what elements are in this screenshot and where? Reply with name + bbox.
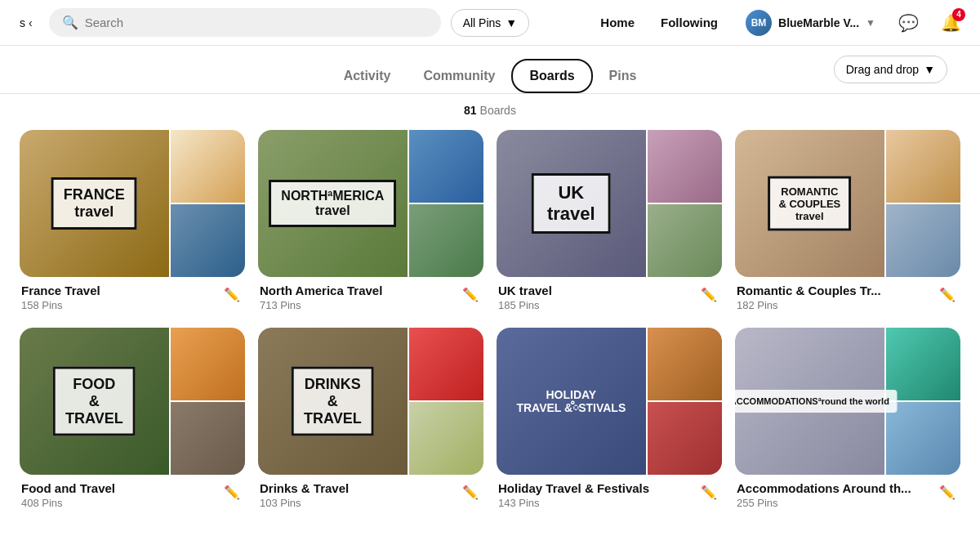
- board-image-bottom: [648, 402, 722, 475]
- board-image-top: [648, 130, 722, 203]
- nav-following[interactable]: Following: [649, 9, 729, 36]
- board-images: [20, 328, 245, 475]
- board-info: Accommodations Around th... 255 Pins ✏️: [735, 475, 960, 512]
- tabs-row: Activity Community Boards Pins Drag and …: [0, 46, 980, 94]
- messages-button[interactable]: 💬: [892, 7, 924, 39]
- back-button[interactable]: s ‹: [13, 11, 39, 34]
- filter-button[interactable]: All Pins ▼: [451, 9, 530, 37]
- boards-count-number: 81: [464, 104, 477, 117]
- board-info: North America Travel 713 Pins ✏️: [258, 277, 483, 315]
- board-image-top: [409, 130, 483, 203]
- edit-board-icon[interactable]: ✏️: [220, 284, 243, 306]
- board-title: Drinks & Travel: [260, 481, 349, 495]
- board-title: Holiday Travel & Festivals: [498, 481, 649, 495]
- board-image-bottom: [648, 204, 722, 277]
- board-text: Romantic & Couples Tr... 182 Pins: [737, 284, 881, 311]
- board-pins-count: 103 Pins: [260, 497, 349, 509]
- notifications-button[interactable]: 🔔 4: [934, 7, 967, 39]
- board-image-top: [171, 328, 245, 400]
- board-images: [258, 328, 483, 475]
- board-card[interactable]: UK travel 185 Pins ✏️: [497, 130, 722, 315]
- board-text: Drinks & Travel 103 Pins: [260, 481, 349, 509]
- sort-chevron-icon: ▼: [924, 63, 935, 76]
- board-image-bottom: [171, 402, 245, 475]
- board-pins-count: 143 Pins: [498, 497, 649, 509]
- board-image-bottom: [171, 204, 245, 277]
- board-image-main: [735, 130, 884, 277]
- board-images: [497, 328, 722, 475]
- board-images: [497, 130, 722, 277]
- board-card[interactable]: Accommodations Around th... 255 Pins ✏️: [735, 328, 960, 512]
- board-image-top: [886, 328, 960, 400]
- search-input[interactable]: [85, 16, 428, 29]
- filter-label: All Pins: [463, 16, 501, 29]
- sort-dropdown-button[interactable]: Drag and drop ▼: [834, 56, 947, 83]
- board-pins-count: 713 Pins: [260, 299, 382, 311]
- board-text: North America Travel 713 Pins: [260, 284, 382, 311]
- board-image-main: [258, 328, 408, 475]
- header: s ‹ 🔍 All Pins ▼ Home Following BM BlueM…: [0, 0, 980, 46]
- board-image-main: [497, 328, 646, 475]
- board-image-main: [258, 130, 408, 277]
- board-title: North America Travel: [260, 284, 382, 297]
- board-pins-count: 185 Pins: [498, 299, 552, 311]
- user-menu[interactable]: BM BlueMarble V... ▼: [739, 7, 882, 39]
- edit-board-icon[interactable]: ✏️: [697, 284, 720, 306]
- edit-board-icon[interactable]: ✏️: [459, 481, 482, 503]
- board-image-main: [735, 328, 884, 475]
- board-images: [258, 130, 483, 277]
- user-chevron-icon: ▼: [866, 17, 875, 29]
- search-icon: 🔍: [62, 15, 78, 30]
- board-info: Food and Travel 408 Pins ✏️: [20, 475, 245, 512]
- board-images: [20, 130, 245, 277]
- board-pins-count: 158 Pins: [21, 299, 100, 311]
- board-images: [735, 328, 960, 475]
- board-card[interactable]: North America Travel 713 Pins ✏️: [258, 130, 483, 315]
- board-title: Food and Travel: [21, 481, 115, 495]
- board-info: France Travel 158 Pins ✏️: [20, 277, 245, 315]
- board-image-bottom: [409, 402, 483, 475]
- edit-board-icon[interactable]: ✏️: [220, 481, 243, 503]
- tab-pins[interactable]: Pins: [593, 60, 653, 92]
- sort-label: Drag and drop: [846, 63, 920, 76]
- tab-activity[interactable]: Activity: [327, 60, 408, 92]
- board-image-main: [20, 328, 169, 475]
- nav-links: Home Following: [589, 9, 729, 36]
- edit-board-icon[interactable]: ✏️: [459, 284, 482, 306]
- edit-board-icon[interactable]: ✏️: [697, 481, 720, 503]
- edit-board-icon[interactable]: ✏️: [936, 284, 959, 306]
- boards-grid: France Travel 158 Pins ✏️ North America …: [0, 123, 980, 525]
- edit-board-icon[interactable]: ✏️: [936, 481, 959, 503]
- tab-boards[interactable]: Boards: [511, 59, 592, 93]
- board-image-top: [886, 130, 960, 203]
- messages-icon: 💬: [898, 13, 919, 33]
- board-text: Accommodations Around th... 255 Pins: [737, 481, 911, 509]
- board-card[interactable]: France Travel 158 Pins ✏️: [20, 130, 245, 315]
- board-title: UK travel: [498, 284, 552, 297]
- board-image-main: [497, 130, 646, 277]
- board-pins-count: 408 Pins: [21, 497, 115, 509]
- board-info: Romantic & Couples Tr... 182 Pins ✏️: [735, 277, 960, 315]
- tab-community[interactable]: Community: [407, 60, 511, 92]
- chevron-left-icon: ‹: [29, 16, 33, 29]
- board-text: Holiday Travel & Festivals 143 Pins: [498, 481, 649, 509]
- board-card[interactable]: Food and Travel 408 Pins ✏️: [20, 328, 245, 512]
- avatar: BM: [746, 10, 772, 36]
- back-text: s: [20, 16, 25, 29]
- boards-count-label: Boards: [480, 104, 516, 117]
- board-card[interactable]: Drinks & Travel 103 Pins ✏️: [258, 328, 483, 512]
- board-image-bottom: [409, 204, 483, 277]
- board-image-top: [409, 328, 483, 400]
- board-title: Accommodations Around th...: [737, 481, 911, 495]
- board-pins-count: 182 Pins: [737, 299, 881, 311]
- board-card[interactable]: Holiday Travel & Festivals 143 Pins ✏️: [497, 328, 722, 512]
- board-card[interactable]: Romantic & Couples Tr... 182 Pins ✏️: [735, 130, 960, 315]
- chevron-down-icon: ▼: [506, 16, 517, 29]
- notifications-badge: 4: [952, 8, 965, 21]
- board-text: France Travel 158 Pins: [21, 284, 100, 311]
- nav-home[interactable]: Home: [589, 9, 646, 36]
- board-info: Holiday Travel & Festivals 143 Pins ✏️: [497, 475, 722, 512]
- board-image-top: [648, 328, 722, 400]
- boards-count: 81 Boards: [0, 94, 980, 123]
- board-image-bottom: [886, 204, 960, 277]
